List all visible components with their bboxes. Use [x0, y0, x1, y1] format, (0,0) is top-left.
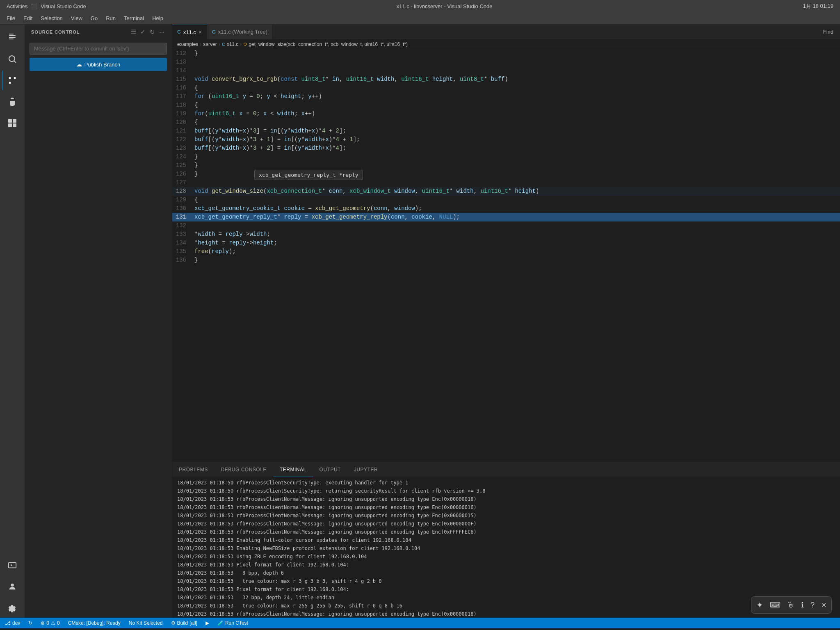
activity-icon-search[interactable]	[2, 49, 22, 69]
sc-content: ☁ Publish Branch	[25, 39, 172, 618]
error-icon: ⊗	[41, 620, 45, 626]
build-icon: ⚙	[171, 620, 176, 626]
play-icon: ▶	[205, 620, 209, 626]
menu-run[interactable]: Run	[103, 14, 119, 22]
panel-tab-problems[interactable]: PROBLEMS	[172, 463, 215, 477]
panel-tabs: PROBLEMS DEBUG CONSOLE TERMINAL OUTPUT J…	[172, 463, 840, 477]
activity-icon-accounts[interactable]	[2, 577, 22, 596]
activity-icon-extensions[interactable]	[2, 113, 22, 133]
status-build[interactable]: ⚙ Build [all]	[169, 620, 199, 626]
status-errors[interactable]: ⊗ 0 ⚠ 0	[39, 620, 61, 626]
c-file-icon-wt: C	[212, 29, 216, 35]
breadcrumb-examples[interactable]: examples	[177, 41, 198, 47]
svg-rect-9	[8, 119, 12, 123]
sidebar-refresh-icon[interactable]: ↻	[149, 27, 156, 37]
menu-view[interactable]: View	[68, 14, 86, 22]
code-line-116: 116 {	[172, 84, 840, 92]
commit-message-input[interactable]	[30, 43, 167, 55]
tab-x11c-label: x11.c	[183, 29, 196, 35]
float-icon-info[interactable]: ℹ	[801, 600, 804, 609]
git-branch-icon: ⎇	[5, 620, 11, 626]
menu-go[interactable]: Go	[87, 14, 101, 22]
sidebar-more-icon[interactable]: ···	[158, 27, 165, 37]
sidebar-check-icon[interactable]: ✓	[139, 27, 146, 37]
terminal-line-5: 18/01/2023 01:18:53 rfbProcessClientNorm…	[172, 520, 840, 528]
code-line-117: 117 for (uint16_t y = 0; y < height; y++…	[172, 92, 840, 101]
terminal-line-2: 18/01/2023 01:18:53 rfbProcessClientNorm…	[172, 495, 840, 503]
float-icon-magic[interactable]: ✦	[756, 600, 763, 610]
panel-tab-output[interactable]: OUTPUT	[313, 463, 347, 477]
code-editor[interactable]: 112 } 113 114 115 void convert_bgrx_to_r…	[172, 49, 840, 462]
terminal-content[interactable]: 18/01/2023 01:18:50 rfbProcessClientSecu…	[172, 477, 840, 618]
menu-selection[interactable]: Selection	[37, 14, 66, 22]
menu-file[interactable]: File	[3, 14, 18, 22]
svg-rect-11	[8, 123, 12, 127]
build-text: Build	[177, 620, 188, 626]
tab-x11c-working-tree[interactable]: C x11.c (Working Tree)	[207, 25, 273, 39]
terminal-line-14: 18/01/2023 01:18:53 32 bpp, depth 24, li…	[172, 593, 840, 602]
breadcrumb-x11c[interactable]: x11.c	[227, 41, 239, 47]
tab-x11c-close[interactable]: ×	[199, 29, 202, 35]
activity-icon-debug[interactable]	[2, 92, 22, 112]
svg-point-7	[14, 77, 16, 79]
status-sync[interactable]: ↻	[27, 620, 34, 626]
bottom-panel: PROBLEMS DEBUG CONSOLE TERMINAL OUTPUT J…	[172, 462, 840, 618]
code-line-122: 122 buff[(y*width+x)*3 + 1] = in[(y*widt…	[172, 135, 840, 144]
code-line-124: 124 }	[172, 153, 840, 161]
warning-count: 0	[57, 620, 60, 626]
code-line-134: 134 *height = reply->height;	[172, 239, 840, 247]
datetime: 1月 18 01:19	[803, 2, 833, 10]
status-bar: ⎇ dev ↻ ⊗ 0 ⚠ 0 CMake: [Debug]: Ready No…	[0, 618, 840, 628]
warning-icon: ⚠	[51, 620, 55, 626]
editor-scroll[interactable]: 112 } 113 114 115 void convert_bgrx_to_r…	[172, 49, 840, 462]
svg-rect-0	[9, 34, 14, 34]
panel-tab-jupyter[interactable]: JUPYTER	[347, 463, 384, 477]
activity-icon-settings[interactable]	[2, 598, 22, 618]
error-count: 0	[46, 620, 49, 626]
status-branch[interactable]: ⎇ dev	[3, 620, 22, 626]
activities-label[interactable]: Activities	[7, 3, 27, 9]
terminal-line-8: 18/01/2023 01:18:53 Enabling NewFBSize p…	[172, 544, 840, 552]
editor-panel-container: C x11.c × C x11.c (Working Tree) Find ex…	[172, 25, 840, 618]
terminal-line-16: 18/01/2023 01:18:53 rfbProcessClientNorm…	[172, 610, 840, 618]
code-line-118: 118 {	[172, 101, 840, 110]
terminal-line-1: 18/01/2023 01:18:50 rfbProcessClientSecu…	[172, 487, 840, 495]
svg-rect-2	[9, 37, 16, 38]
float-icon-keyboard[interactable]: ⌨	[770, 600, 781, 609]
code-line-135: 135 free(reply);	[172, 247, 840, 256]
menu-terminal[interactable]: Terminal	[121, 14, 147, 22]
status-run-ctest[interactable]: 🧪 Run CTest	[216, 620, 250, 626]
activity-icon-remote[interactable]	[2, 555, 22, 575]
os-top-bar: Activities ⬛ Visual Studio Code x11.c - …	[0, 0, 840, 12]
find-button[interactable]: Find	[817, 29, 840, 35]
status-cmake[interactable]: CMake: [Debug]: Ready	[66, 620, 122, 626]
breadcrumb-server[interactable]: server	[203, 41, 217, 47]
float-icon-mouse[interactable]: 🖱	[787, 601, 794, 609]
tab-x11c[interactable]: C x11.c ×	[172, 25, 207, 39]
activity-icon-git[interactable]	[2, 71, 22, 90]
float-close-btn[interactable]: ✕	[821, 601, 826, 609]
publish-branch-button[interactable]: ☁ Publish Branch	[30, 58, 167, 71]
terminal-line-0: 18/01/2023 01:18:50 rfbProcessClientSecu…	[172, 479, 840, 487]
terminal-line-12: 18/01/2023 01:18:53 true colour: max r 3…	[172, 577, 840, 585]
float-icon-question[interactable]: ?	[810, 601, 815, 609]
cmake-status-text: CMake: [Debug]: Ready	[68, 620, 121, 626]
sync-icon: ↻	[28, 620, 32, 626]
panel-tab-terminal[interactable]: TERMINAL	[273, 463, 313, 477]
panel-tab-debug-console[interactable]: DEBUG CONSOLE	[215, 463, 273, 477]
sidebar-header: SOURCE CONTROL ☰ ✓ ↻ ···	[25, 25, 172, 39]
code-line-121: 121 buff[(y*width+x)*3] = in[(y*width+x)…	[172, 127, 840, 135]
breadcrumb-function[interactable]: get_window_size(xcb_connection_t*, xcb_w…	[249, 41, 408, 47]
cloud-up-icon: ☁	[76, 61, 82, 68]
menu-edit[interactable]: Edit	[20, 14, 36, 22]
status-play[interactable]: ▶	[204, 620, 211, 626]
status-no-kit[interactable]: No Kit Selected	[127, 620, 164, 626]
code-line-130: 130 xcb_get_geometry_cookie_t cookie = x…	[172, 204, 840, 213]
activity-icon-explorer[interactable]	[2, 28, 22, 48]
terminal-line-3: 18/01/2023 01:18:53 rfbProcessClientNorm…	[172, 503, 840, 511]
tab-bar: C x11.c × C x11.c (Working Tree) Find	[172, 25, 840, 39]
top-bar-left: Activities ⬛ Visual Studio Code	[7, 3, 86, 9]
sidebar-list-icon[interactable]: ☰	[130, 27, 137, 37]
menu-help[interactable]: Help	[149, 14, 167, 22]
code-line-120: 120 {	[172, 118, 840, 127]
